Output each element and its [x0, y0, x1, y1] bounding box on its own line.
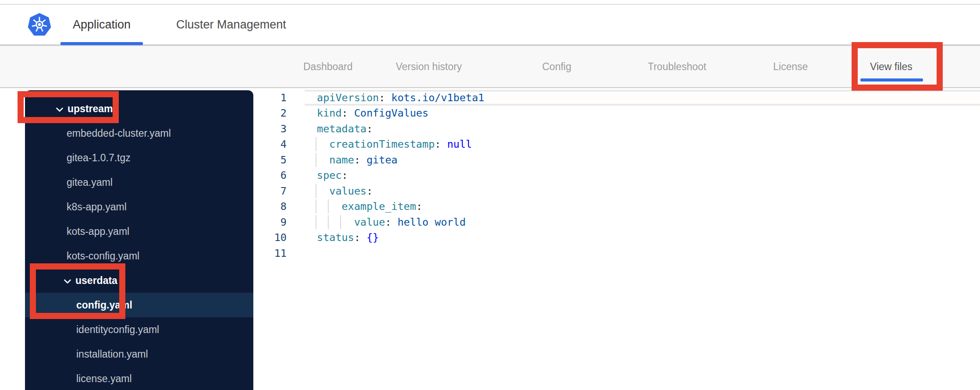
file-label: embedded-cluster.yaml — [67, 128, 171, 139]
token-key: creationTimestamp — [329, 138, 435, 150]
tree-item-upstream[interactable]: upstream — [25, 96, 253, 121]
line-content: example_item: — [305, 200, 980, 213]
token-pun: : — [366, 185, 373, 197]
subnav-tab-troubleshoot[interactable]: Troubleshoot — [648, 46, 706, 87]
line-content: creationTimestamp: null — [305, 138, 980, 150]
yaml-editor[interactable]: 1apiVersion: kots.io/v1beta12kind: Confi… — [253, 90, 980, 390]
tree-item-k8s-app.yaml[interactable]: k8s-app.yaml — [25, 195, 253, 219]
token-key: spec — [317, 169, 342, 181]
token-key: value — [354, 216, 385, 228]
app-subnav: DashboardVersion historyConfigTroublesho… — [0, 45, 980, 88]
file-label: k8s-app.yaml — [67, 201, 127, 213]
indent-guide — [328, 199, 329, 213]
token-pun: : — [342, 107, 354, 119]
subnav-tab-dashboard[interactable]: Dashboard — [303, 46, 353, 87]
file-label: gitea-1.0.7.tgz — [67, 152, 131, 164]
tree-item-gitea-1.0.7.tgz[interactable]: gitea-1.0.7.tgz — [25, 145, 253, 170]
indent-guide — [316, 153, 316, 167]
line-content: metadata: — [305, 123, 980, 135]
token-pun: : — [354, 231, 366, 244]
line-number: 8 — [253, 200, 305, 213]
header-tab-application[interactable]: Application — [60, 5, 143, 44]
subnav-tab-version-history[interactable]: Version history — [396, 46, 462, 87]
file-label: gitea.yaml — [67, 177, 113, 188]
code-line-6: 6spec: — [253, 168, 980, 184]
line-content: values: — [305, 185, 980, 197]
subnav-tab-config[interactable]: Config — [542, 46, 571, 87]
code-line-7: 7 values: — [253, 183, 980, 199]
token-val: ConfigValues — [354, 107, 429, 119]
header-tab-label: Application — [73, 18, 131, 32]
indent-guide — [316, 199, 316, 213]
indent-guide — [340, 215, 341, 229]
line-number: 6 — [253, 169, 305, 181]
token-pun: : — [416, 200, 422, 213]
code-line-4: 4 creationTimestamp: null — [253, 137, 980, 152]
line-content: name: gitea — [305, 154, 980, 166]
line-content: apiVersion: kots.io/v1beta1 — [305, 92, 980, 104]
token-pun: : — [342, 169, 348, 181]
token-pun — [317, 200, 342, 213]
subnav-tab-license[interactable]: License — [773, 46, 808, 87]
file-label: installation.yaml — [76, 348, 148, 360]
file-label: kots-app.yaml — [67, 226, 129, 238]
tree-item-gitea.yaml[interactable]: gitea.yaml — [25, 170, 253, 195]
indent-guide — [328, 215, 329, 229]
line-number: 11 — [253, 247, 305, 259]
line-number: 5 — [253, 154, 305, 166]
subnav-tab-label: License — [773, 61, 808, 73]
indent-guide — [316, 184, 316, 198]
code-line-3: 3metadata: — [253, 121, 980, 137]
token-pun — [317, 185, 329, 197]
header-tab-cluster-management[interactable]: Cluster Management — [164, 5, 298, 44]
token-key: metadata — [317, 123, 366, 135]
line-number: 7 — [253, 185, 305, 197]
header-tabs: ApplicationCluster Management — [60, 5, 298, 44]
token-kw: null — [447, 138, 472, 150]
kubernetes-logo-icon[interactable] — [27, 12, 52, 37]
tree-item-kots-config.yaml[interactable]: kots-config.yaml — [25, 244, 253, 268]
line-number: 10 — [253, 231, 305, 244]
subnav-tab-view-files[interactable]: View files — [870, 46, 913, 87]
tree-item-kots-app.yaml[interactable]: kots-app.yaml — [25, 219, 253, 244]
code-line-10: 10status: {} — [253, 230, 980, 246]
line-content: kind: ConfigValues — [305, 107, 980, 119]
line-number: 2 — [253, 107, 305, 119]
token-pun — [317, 216, 354, 228]
tree-item-config.yaml[interactable]: config.yaml — [25, 293, 253, 317]
code-line-1: 1apiVersion: kots.io/v1beta1 — [253, 90, 980, 106]
tree-item-userdata[interactable]: userdata — [25, 268, 253, 293]
tree-item-license.yaml[interactable]: license.yaml — [25, 366, 253, 390]
file-tree-sidebar: upstreamembedded-cluster.yamlgitea-1.0.7… — [25, 90, 253, 390]
token-key: example_item — [342, 200, 416, 213]
file-label: config.yaml — [76, 299, 132, 311]
code-line-8: 8 example_item: — [253, 199, 980, 215]
subnav-tab-label: Config — [542, 61, 571, 73]
tree-item-identityconfig.yaml[interactable]: identityconfig.yaml — [25, 317, 253, 342]
tree-item-embedded-cluster.yaml[interactable]: embedded-cluster.yaml — [25, 121, 253, 145]
token-pun — [317, 154, 329, 166]
token-pun: : — [435, 138, 447, 150]
chevron-down-icon — [64, 279, 71, 284]
token-key: values — [329, 185, 366, 197]
subnav-tab-label: View files — [870, 61, 913, 73]
file-label: license.yaml — [76, 373, 132, 385]
indent-guide — [316, 137, 316, 151]
folder-label: userdata — [75, 275, 117, 287]
token-val: gitea — [366, 154, 398, 166]
file-label: kots-config.yaml — [67, 250, 139, 262]
tree-item-installation.yaml[interactable]: installation.yaml — [25, 342, 253, 366]
kots-admin-console: ApplicationCluster Management DashboardV… — [0, 0, 980, 390]
folder-label: upstream — [67, 103, 113, 115]
code-line-5: 5 name: gitea — [253, 152, 980, 168]
line-number: 9 — [253, 216, 305, 228]
subnav-tab-label: Version history — [396, 61, 462, 73]
line-number: 4 — [253, 138, 305, 150]
chevron-down-icon — [56, 107, 64, 112]
token-pun — [317, 138, 329, 150]
indent-guide — [316, 215, 316, 229]
app-header: ApplicationCluster Management — [0, 5, 980, 45]
token-pun: : — [354, 154, 366, 166]
subnav-tab-label: Troubleshoot — [648, 61, 706, 73]
token-pun: : — [379, 92, 391, 104]
